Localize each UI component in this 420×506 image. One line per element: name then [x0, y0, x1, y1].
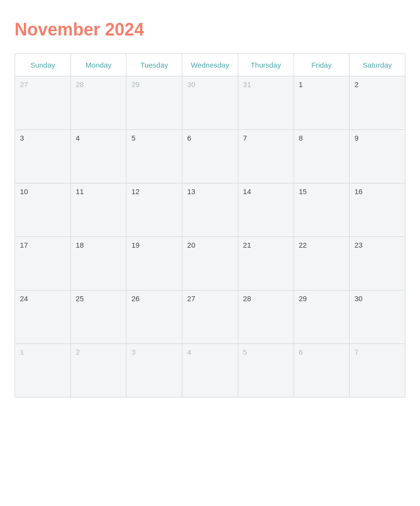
- day-number: 14: [243, 187, 251, 196]
- calendar-cell[interactable]: 31: [238, 76, 294, 130]
- calendar-cell[interactable]: 3: [15, 130, 71, 183]
- calendar-cell[interactable]: 28: [238, 290, 294, 344]
- calendar-table: SundayMondayTuesdayWednesdayThursdayFrid…: [15, 54, 405, 398]
- calendar-cell[interactable]: 13: [182, 183, 238, 237]
- calendar-cell[interactable]: 28: [70, 76, 126, 130]
- day-of-week-header: Saturday: [350, 54, 405, 76]
- calendar-cell[interactable]: 22: [294, 237, 350, 290]
- day-number: 21: [243, 241, 251, 249]
- calendar-cell[interactable]: 21: [238, 237, 294, 290]
- day-number: 12: [131, 187, 140, 196]
- day-number: 3: [20, 134, 24, 142]
- day-number: 10: [20, 187, 28, 196]
- calendar-cell[interactable]: 29: [126, 76, 182, 130]
- day-of-week-header: Thursday: [238, 54, 294, 76]
- calendar-cell[interactable]: 14: [238, 183, 294, 237]
- day-number: 5: [243, 348, 247, 356]
- day-number: 25: [76, 294, 84, 303]
- day-number: 31: [243, 80, 251, 89]
- day-of-week-header: Tuesday: [126, 54, 182, 76]
- day-number: 11: [76, 187, 84, 196]
- day-number: 16: [354, 187, 363, 196]
- day-number: 5: [131, 134, 135, 142]
- calendar-cell[interactable]: 25: [70, 290, 126, 344]
- calendar-cell[interactable]: 4: [70, 130, 126, 183]
- calendar-cell[interactable]: 29: [294, 290, 350, 344]
- day-number: 2: [354, 80, 358, 89]
- calendar-cell[interactable]: 1: [15, 344, 71, 398]
- day-number: 28: [76, 80, 84, 89]
- day-number: 29: [131, 80, 140, 89]
- day-number: 27: [187, 294, 195, 303]
- calendar-cell[interactable]: 5: [126, 130, 182, 183]
- calendar-cell[interactable]: 6: [182, 130, 238, 183]
- day-number: 30: [354, 294, 363, 303]
- calendar-cell[interactable]: 4: [182, 344, 238, 398]
- day-number: 18: [76, 241, 84, 249]
- day-of-week-header: Monday: [70, 54, 126, 76]
- page-title: November 2024: [15, 19, 405, 40]
- day-number: 29: [299, 294, 307, 303]
- day-number: 7: [243, 134, 247, 142]
- day-number: 20: [187, 241, 195, 249]
- calendar-cell[interactable]: 19: [126, 237, 182, 290]
- calendar-cell[interactable]: 2: [70, 344, 126, 398]
- calendar-cell[interactable]: 18: [70, 237, 126, 290]
- day-number: 15: [299, 187, 307, 196]
- calendar-cell[interactable]: 10: [15, 183, 71, 237]
- day-of-week-header: Sunday: [15, 54, 71, 76]
- calendar-cell[interactable]: 7: [350, 344, 405, 398]
- calendar-cell[interactable]: 23: [350, 237, 405, 290]
- day-number: 6: [299, 348, 303, 356]
- calendar-cell[interactable]: 17: [15, 237, 71, 290]
- day-number: 6: [187, 134, 191, 142]
- calendar-cell[interactable]: 9: [350, 130, 405, 183]
- calendar-cell[interactable]: 16: [350, 183, 405, 237]
- day-number: 27: [20, 80, 28, 89]
- day-number: 17: [20, 241, 28, 249]
- calendar-cell[interactable]: 27: [182, 290, 238, 344]
- day-of-week-header: Friday: [294, 54, 350, 76]
- calendar-cell[interactable]: 8: [294, 130, 350, 183]
- day-number: 30: [187, 80, 195, 89]
- calendar-cell[interactable]: 11: [70, 183, 126, 237]
- calendar-cell[interactable]: 30: [350, 290, 405, 344]
- calendar-cell[interactable]: 7: [238, 130, 294, 183]
- calendar-cell[interactable]: 24: [15, 290, 71, 344]
- day-number: 8: [299, 134, 303, 142]
- calendar-cell[interactable]: 12: [126, 183, 182, 237]
- day-number: 9: [354, 134, 358, 142]
- day-number: 2: [76, 348, 80, 356]
- calendar-cell[interactable]: 3: [126, 344, 182, 398]
- day-number: 4: [76, 134, 80, 142]
- calendar-cell[interactable]: 20: [182, 237, 238, 290]
- day-number: 19: [131, 241, 140, 249]
- calendar-cell[interactable]: 5: [238, 344, 294, 398]
- day-of-week-header: Wednesday: [182, 54, 238, 76]
- day-number: 7: [354, 348, 358, 356]
- calendar-cell[interactable]: 6: [294, 344, 350, 398]
- calendar-cell[interactable]: 27: [15, 76, 71, 130]
- day-number: 1: [299, 80, 303, 89]
- day-number: 22: [299, 241, 307, 249]
- day-number: 13: [187, 187, 195, 196]
- day-number: 23: [354, 241, 363, 249]
- day-number: 1: [20, 348, 24, 356]
- calendar-cell[interactable]: 2: [350, 76, 405, 130]
- day-number: 28: [243, 294, 251, 303]
- day-number: 4: [187, 348, 191, 356]
- day-number: 3: [131, 348, 135, 356]
- day-number: 24: [20, 294, 28, 303]
- calendar-cell[interactable]: 15: [294, 183, 350, 237]
- calendar-cell[interactable]: 26: [126, 290, 182, 344]
- calendar-cell[interactable]: 30: [182, 76, 238, 130]
- day-number: 26: [131, 294, 140, 303]
- calendar-cell[interactable]: 1: [294, 76, 350, 130]
